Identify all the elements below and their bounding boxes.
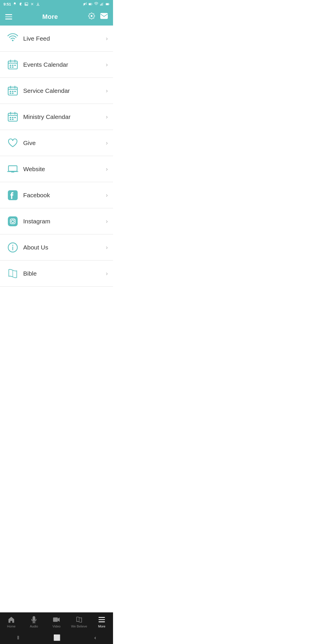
ministry-calendar-chevron: › bbox=[106, 113, 108, 120]
mute-icon bbox=[83, 2, 87, 6]
status-time: 9:51 bbox=[3, 2, 40, 6]
svg-rect-9 bbox=[106, 3, 108, 5]
menu-item-service-calendar[interactable]: Service Calendar › bbox=[0, 78, 113, 104]
svg-rect-14 bbox=[10, 65, 11, 66]
svg-rect-16 bbox=[14, 65, 16, 66]
settings-icon[interactable] bbox=[88, 12, 95, 21]
svg-rect-4 bbox=[100, 4, 101, 6]
service-calendar-icon bbox=[5, 85, 20, 96]
ministry-calendar-label: Ministry Calendar bbox=[23, 113, 106, 120]
svg-rect-11 bbox=[101, 13, 108, 19]
calendar-svg-2 bbox=[7, 85, 18, 96]
svg-rect-32 bbox=[11, 171, 14, 172]
svg-point-37 bbox=[14, 219, 15, 220]
bible-chevron: › bbox=[106, 270, 108, 277]
battery-icon bbox=[88, 2, 92, 6]
notification-icon bbox=[13, 2, 17, 6]
events-calendar-icon bbox=[5, 59, 20, 70]
svg-rect-7 bbox=[103, 3, 103, 6]
instagram-chevron: › bbox=[106, 218, 108, 225]
instagram-icon bbox=[5, 216, 20, 227]
service-calendar-label: Service Calendar bbox=[23, 87, 106, 94]
instagram-svg bbox=[7, 216, 18, 227]
svg-rect-22 bbox=[14, 91, 16, 92]
heart-svg bbox=[7, 138, 18, 149]
wifi-icon bbox=[94, 2, 99, 6]
header-title: More bbox=[42, 13, 58, 21]
menu-item-instagram[interactable]: Instagram › bbox=[0, 208, 113, 234]
svg-point-12 bbox=[12, 39, 13, 41]
svg-rect-17 bbox=[10, 66, 11, 68]
info-svg bbox=[7, 242, 18, 253]
svg-rect-20 bbox=[10, 91, 11, 92]
ministry-calendar-icon bbox=[5, 111, 20, 122]
mail-svg bbox=[100, 13, 108, 19]
svg-rect-21 bbox=[12, 91, 13, 92]
facebook-label: Facebook bbox=[23, 192, 106, 199]
live-feed-chevron: › bbox=[106, 35, 108, 42]
menu-item-events-calendar[interactable]: Events Calendar › bbox=[0, 52, 113, 78]
give-icon bbox=[5, 138, 20, 149]
bible-icon bbox=[5, 268, 20, 279]
svg-point-10 bbox=[91, 15, 92, 17]
give-chevron: › bbox=[106, 140, 108, 146]
spacer bbox=[0, 287, 113, 318]
about-us-icon bbox=[5, 242, 20, 253]
svg-rect-29 bbox=[10, 119, 11, 120]
svg-rect-34 bbox=[8, 216, 18, 226]
events-calendar-label: Events Calendar bbox=[23, 61, 106, 68]
svg-rect-27 bbox=[12, 117, 13, 118]
facebook-svg bbox=[7, 190, 18, 201]
service-calendar-chevron: › bbox=[106, 87, 108, 94]
wifi-signal-svg bbox=[7, 33, 18, 44]
download-icon bbox=[36, 2, 40, 6]
svg-rect-28 bbox=[14, 117, 16, 118]
app-header: More bbox=[0, 8, 113, 26]
svg-point-39 bbox=[12, 245, 13, 246]
laptop-svg bbox=[7, 164, 18, 175]
svg-point-1 bbox=[26, 3, 26, 4]
svg-rect-24 bbox=[12, 93, 13, 94]
header-action-icons bbox=[88, 12, 108, 21]
menu-item-give[interactable]: Give › bbox=[0, 130, 113, 156]
gear-svg bbox=[88, 12, 95, 19]
svg-rect-5 bbox=[101, 4, 102, 6]
image-icon bbox=[24, 2, 28, 6]
instagram-label: Instagram bbox=[23, 218, 106, 225]
bluetooth-icon bbox=[19, 2, 23, 6]
menu-item-facebook[interactable]: Facebook › bbox=[0, 182, 113, 208]
svg-rect-26 bbox=[10, 117, 11, 118]
live-feed-icon bbox=[5, 33, 20, 44]
svg-rect-23 bbox=[10, 93, 11, 94]
svg-rect-30 bbox=[12, 119, 13, 120]
menu-list: Live Feed › Events Calendar › bbox=[0, 26, 113, 287]
menu-item-website[interactable]: Website › bbox=[0, 156, 113, 182]
website-chevron: › bbox=[106, 166, 108, 172]
give-label: Give bbox=[23, 140, 106, 146]
signal-icon bbox=[100, 2, 104, 6]
mail-icon[interactable] bbox=[100, 13, 108, 21]
website-icon bbox=[5, 164, 20, 175]
svg-rect-31 bbox=[8, 166, 17, 171]
svg-rect-6 bbox=[102, 3, 102, 6]
menu-item-about-us[interactable]: About Us › bbox=[0, 234, 113, 261]
bible-label: Bible bbox=[23, 270, 106, 277]
about-us-label: About Us bbox=[23, 244, 106, 251]
svg-rect-15 bbox=[12, 65, 13, 66]
facebook-icon bbox=[5, 190, 20, 201]
svg-rect-18 bbox=[12, 66, 13, 68]
menu-item-bible[interactable]: Bible › bbox=[0, 261, 113, 287]
website-label: Website bbox=[23, 166, 106, 173]
hamburger-menu[interactable] bbox=[5, 14, 12, 19]
calendar-svg-1 bbox=[7, 59, 18, 70]
menu-item-ministry-calendar[interactable]: Ministry Calendar › bbox=[0, 104, 113, 130]
menu-item-live-feed[interactable]: Live Feed › bbox=[0, 26, 113, 52]
close-icon bbox=[30, 2, 34, 6]
status-bar: 9:51 bbox=[0, 0, 113, 8]
calendar-svg-3 bbox=[7, 111, 18, 122]
book-svg bbox=[7, 268, 18, 279]
svg-rect-3 bbox=[89, 3, 91, 5]
facebook-chevron: › bbox=[106, 192, 108, 198]
status-icons bbox=[83, 2, 110, 6]
battery2-icon bbox=[105, 2, 110, 6]
